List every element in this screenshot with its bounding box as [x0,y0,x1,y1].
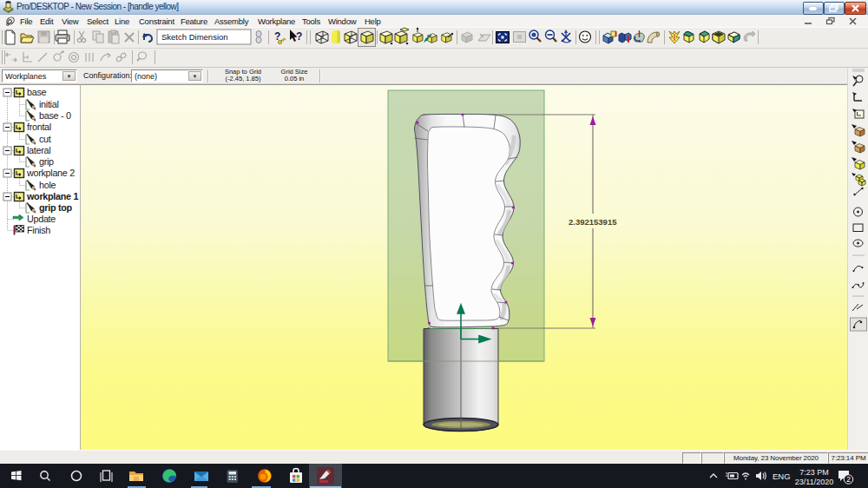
svg-text:grip top: grip top [39,202,72,213]
svg-text:hole: hole [39,180,56,190]
svg-text:Sketch Dimension: Sketch Dimension [161,32,228,42]
svg-text:2.392153915: 2.392153915 [569,217,617,227]
svg-text:base - 0: base - 0 [39,110,71,121]
svg-text:Update: Update [27,214,56,224]
svg-text:workplane 2: workplane 2 [26,168,75,178]
svg-text:23/11/2020: 23/11/2020 [795,478,833,486]
svg-text:ENG: ENG [773,472,791,481]
svg-text:2: 2 [846,475,851,484]
svg-text:Finish: Finish [27,225,50,235]
svg-text:lateral: lateral [27,145,50,155]
svg-text:initial: initial [39,99,59,109]
svg-text:workplane 1: workplane 1 [26,191,78,201]
svg-text:?: ? [296,30,302,43]
svg-text:7:23 PM: 7:23 PM [799,468,829,477]
svg-text:frontal: frontal [27,122,51,132]
svg-text:cut: cut [39,134,51,144]
svg-text:grip: grip [39,156,54,167]
svg-text:base: base [27,87,47,97]
